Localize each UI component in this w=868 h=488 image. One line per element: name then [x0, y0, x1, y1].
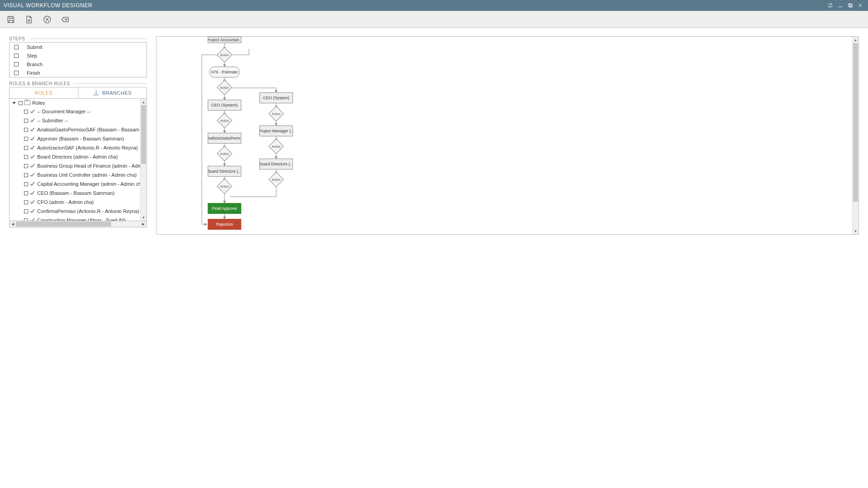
- check-icon: [30, 217, 35, 221]
- checkbox-icon[interactable]: [24, 191, 28, 195]
- scroll-up-icon[interactable]: ▲: [853, 37, 858, 43]
- node-action-1[interactable]: Action: [219, 49, 230, 60]
- role-item[interactable]: CFO (admin - Admin cha): [10, 198, 140, 207]
- folder-icon: [24, 101, 30, 105]
- tree-root[interactable]: Roles: [10, 99, 140, 107]
- role-label: Approver (Bassam - Bassam Samman): [37, 136, 124, 141]
- role-item[interactable]: -- Submitter --: [10, 116, 140, 125]
- cancel-icon[interactable]: [42, 14, 53, 25]
- scroll-left-icon[interactable]: ◀: [10, 222, 16, 226]
- node-action-5[interactable]: Action: [219, 181, 230, 192]
- checkbox-icon[interactable]: [24, 182, 28, 186]
- step-label: Finish: [27, 70, 40, 76]
- role-item[interactable]: Business Unit Controller (admin - Admin …: [10, 170, 140, 179]
- role-item[interactable]: AnalisisGastoPermisoSAF (Bassam - Bassam…: [10, 125, 140, 134]
- role-label: Capital Accounting Manager (admin - Admi…: [37, 181, 140, 187]
- role-item[interactable]: Business Group Head of Finance (admin - …: [10, 161, 140, 170]
- node-action-2[interactable]: Action: [219, 82, 230, 93]
- role-item[interactable]: Construction Manager (Abrar - Syed Ali): [10, 216, 140, 221]
- node-project-accountant[interactable]: Project Accountan...: [208, 37, 241, 43]
- role-label: CFO (admin - Admin cha): [37, 199, 94, 205]
- checkbox-icon[interactable]: [24, 119, 28, 123]
- scroll-thumb[interactable]: [853, 43, 858, 202]
- tab-roles[interactable]: ROLES: [10, 87, 78, 98]
- checkbox-icon[interactable]: [24, 209, 28, 213]
- checkbox-icon[interactable]: [19, 101, 23, 105]
- check-icon: [30, 118, 35, 124]
- scroll-right-icon[interactable]: ▶: [140, 222, 146, 226]
- checkbox-icon[interactable]: [24, 110, 28, 114]
- export-icon[interactable]: [24, 14, 34, 25]
- roles-header: ROLES & BRANCH RULES: [9, 81, 147, 86]
- maximize-icon[interactable]: [846, 1, 854, 10]
- checkbox-icon: [14, 53, 19, 58]
- role-item[interactable]: Capital Accounting Manager (admin - Admi…: [10, 179, 140, 188]
- node-ceo-left[interactable]: CEO (System): [208, 100, 241, 111]
- check-icon: [30, 145, 35, 151]
- app-title: VISUAL WORKFLOW DESIGNER: [4, 2, 93, 9]
- checkbox-icon[interactable]: [24, 128, 28, 132]
- node-board-left[interactable]: Board Directors (...: [208, 166, 241, 177]
- step-finish[interactable]: Finish: [10, 68, 146, 77]
- role-label: AutorizacionSAF (Antonio.R - Antonio Rey…: [37, 145, 138, 150]
- node-rejection[interactable]: Rejection: [208, 219, 241, 230]
- node-action-r3[interactable]: Action: [271, 174, 282, 185]
- horizontal-scrollbar[interactable]: ◀ ▶: [9, 221, 147, 227]
- checkbox-icon[interactable]: [24, 200, 28, 204]
- role-item[interactable]: ConfirmaPermiso (Antonio.R - Antonio Rey…: [10, 207, 140, 216]
- scroll-thumb[interactable]: [141, 105, 146, 164]
- role-label: Business Group Head of Finance (admin - …: [37, 163, 140, 169]
- tab-branches[interactable]: BRANCHES: [78, 87, 147, 98]
- svg-point-12: [96, 95, 97, 96]
- scroll-down-icon[interactable]: ▼: [141, 214, 146, 221]
- node-final-approve[interactable]: Final Approve: [208, 203, 241, 214]
- check-icon: [30, 136, 35, 142]
- check-icon: [30, 181, 35, 187]
- scroll-thumb[interactable]: [16, 222, 111, 227]
- role-item[interactable]: AutorizacionSAF (Antonio.R - Antonio Rey…: [10, 143, 140, 152]
- refresh-icon[interactable]: [826, 1, 834, 10]
- save-icon[interactable]: [5, 14, 16, 25]
- step-label: Submit: [27, 44, 42, 50]
- svg-point-10: [96, 90, 97, 91]
- checkbox-icon[interactable]: [24, 137, 28, 141]
- role-label: AnalisisGastoPermisoSAF (Bassam - Bassam…: [37, 127, 140, 132]
- main-area: STEPS Submit Step Branch Finish ROLES & …: [0, 28, 868, 488]
- backspace-icon[interactable]: [60, 14, 71, 25]
- role-item[interactable]: -- Document Manager --: [10, 107, 140, 116]
- left-pane: STEPS Submit Step Branch Finish ROLES & …: [9, 36, 147, 227]
- scroll-up-icon[interactable]: ▲: [141, 99, 146, 105]
- minimize-icon[interactable]: [836, 1, 844, 10]
- node-action-r2[interactable]: Action: [271, 141, 282, 152]
- vertical-scrollbar[interactable]: ▲ ▼: [140, 99, 146, 221]
- close-icon[interactable]: [856, 1, 864, 10]
- role-item[interactable]: CEO (Bassam - Bassam Samman): [10, 188, 140, 198]
- steps-header: STEPS: [9, 36, 147, 41]
- node-action-3[interactable]: Action: [219, 115, 230, 126]
- check-icon: [30, 190, 35, 196]
- check-icon: [30, 154, 35, 160]
- node-ceo-right[interactable]: CEO (System): [259, 92, 293, 103]
- step-branch[interactable]: Branch: [10, 60, 146, 68]
- node-board-right[interactable]: Board Directors (...: [259, 159, 293, 169]
- role-item[interactable]: Approver (Bassam - Bassam Samman): [10, 134, 140, 143]
- scroll-down-icon[interactable]: ▼: [853, 228, 858, 234]
- svg-rect-1: [848, 4, 851, 6]
- tree-root-label: Roles: [32, 100, 45, 106]
- node-action-r1[interactable]: Action: [271, 108, 282, 119]
- node-analisis[interactable]: AnalisisGastoPerm...: [208, 133, 241, 144]
- workflow-canvas[interactable]: Project Accountan... Action 676 - Estima…: [156, 37, 858, 234]
- step-submit[interactable]: Submit: [10, 43, 146, 51]
- step-step[interactable]: Step: [10, 51, 146, 60]
- role-item[interactable]: Board Directors (admin - Admin cha): [10, 152, 140, 161]
- checkbox-icon[interactable]: [24, 218, 28, 221]
- node-project-manager[interactable]: Project Manager (...: [259, 126, 293, 136]
- checkbox-icon[interactable]: [24, 173, 28, 177]
- canvas-vertical-scrollbar[interactable]: ▲ ▼: [852, 37, 858, 234]
- checkbox-icon[interactable]: [24, 146, 28, 150]
- checkbox-icon[interactable]: [24, 155, 28, 159]
- node-action-4[interactable]: Action: [219, 148, 230, 159]
- node-estimate[interactable]: 676 - Estimate: [210, 67, 239, 77]
- steps-box: Submit Step Branch Finish: [9, 42, 147, 77]
- checkbox-icon[interactable]: [24, 164, 28, 168]
